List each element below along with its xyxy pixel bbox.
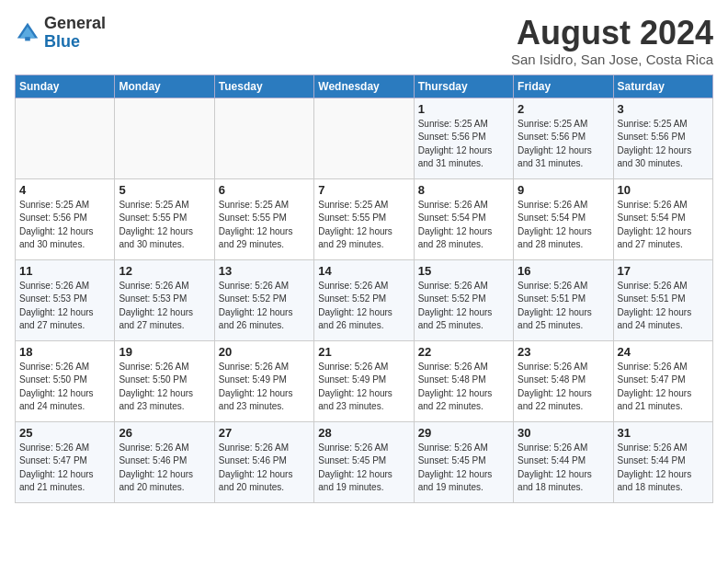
calendar-cell: 27Sunrise: 5:26 AM Sunset: 5:46 PM Dayli… — [214, 421, 313, 502]
logo-general-text: General — [44, 14, 106, 32]
calendar-week-row: 4Sunrise: 5:25 AM Sunset: 5:56 PM Daylig… — [16, 178, 713, 259]
month-title: August 2024 — [511, 15, 713, 52]
calendar-table: SundayMondayTuesdayWednesdayThursdayFrid… — [15, 75, 713, 503]
day-number: 10 — [618, 183, 709, 197]
calendar-cell: 7Sunrise: 5:25 AM Sunset: 5:55 PM Daylig… — [314, 178, 414, 259]
day-detail: Sunrise: 5:26 AM Sunset: 5:47 PM Dayligh… — [19, 442, 110, 495]
day-number: 15 — [418, 264, 509, 278]
day-number: 6 — [219, 183, 310, 197]
day-number: 1 — [418, 102, 509, 116]
calendar-cell: 11Sunrise: 5:26 AM Sunset: 5:53 PM Dayli… — [16, 259, 115, 340]
calendar-cell: 24Sunrise: 5:26 AM Sunset: 5:47 PM Dayli… — [613, 340, 712, 421]
logo-icon — [15, 20, 40, 46]
day-number: 11 — [19, 264, 110, 278]
day-detail: Sunrise: 5:26 AM Sunset: 5:48 PM Dayligh… — [418, 361, 509, 414]
day-detail: Sunrise: 5:26 AM Sunset: 5:45 PM Dayligh… — [418, 442, 509, 495]
day-number: 30 — [518, 426, 609, 440]
day-number: 28 — [318, 426, 409, 440]
day-number: 9 — [518, 183, 609, 197]
calendar-cell: 26Sunrise: 5:26 AM Sunset: 5:46 PM Dayli… — [115, 421, 214, 502]
day-number: 23 — [518, 345, 609, 359]
calendar-cell: 4Sunrise: 5:25 AM Sunset: 5:56 PM Daylig… — [16, 178, 115, 259]
calendar-cell: 31Sunrise: 5:26 AM Sunset: 5:44 PM Dayli… — [613, 421, 712, 502]
weekday-header: Tuesday — [214, 75, 313, 98]
weekday-header: Sunday — [16, 75, 115, 98]
day-detail: Sunrise: 5:25 AM Sunset: 5:56 PM Dayligh… — [418, 118, 509, 171]
calendar-week-row: 18Sunrise: 5:26 AM Sunset: 5:50 PM Dayli… — [16, 340, 713, 421]
calendar-cell: 28Sunrise: 5:26 AM Sunset: 5:45 PM Dayli… — [314, 421, 414, 502]
day-detail: Sunrise: 5:26 AM Sunset: 5:52 PM Dayligh… — [219, 280, 310, 333]
day-detail: Sunrise: 5:26 AM Sunset: 5:44 PM Dayligh… — [618, 442, 709, 495]
weekday-header: Monday — [115, 75, 214, 98]
day-detail: Sunrise: 5:26 AM Sunset: 5:54 PM Dayligh… — [418, 199, 509, 252]
calendar-cell — [115, 98, 214, 178]
calendar-cell: 22Sunrise: 5:26 AM Sunset: 5:48 PM Dayli… — [414, 340, 513, 421]
day-detail: Sunrise: 5:25 AM Sunset: 5:56 PM Dayligh… — [19, 199, 110, 252]
day-number: 22 — [418, 345, 509, 359]
day-detail: Sunrise: 5:25 AM Sunset: 5:55 PM Dayligh… — [119, 199, 210, 252]
day-number: 14 — [318, 264, 409, 278]
day-detail: Sunrise: 5:26 AM Sunset: 5:51 PM Dayligh… — [618, 280, 709, 333]
day-detail: Sunrise: 5:26 AM Sunset: 5:46 PM Dayligh… — [119, 442, 210, 495]
calendar-cell: 10Sunrise: 5:26 AM Sunset: 5:54 PM Dayli… — [613, 178, 712, 259]
weekday-header: Thursday — [414, 75, 513, 98]
calendar-week-row: 25Sunrise: 5:26 AM Sunset: 5:47 PM Dayli… — [16, 421, 713, 502]
page-header: General Blue August 2024 San Isidro, San… — [15, 15, 713, 67]
calendar-cell: 17Sunrise: 5:26 AM Sunset: 5:51 PM Dayli… — [613, 259, 712, 340]
day-number: 27 — [219, 426, 310, 440]
day-detail: Sunrise: 5:26 AM Sunset: 5:52 PM Dayligh… — [318, 280, 409, 333]
day-detail: Sunrise: 5:26 AM Sunset: 5:51 PM Dayligh… — [518, 280, 609, 333]
day-number: 20 — [219, 345, 310, 359]
calendar-cell: 13Sunrise: 5:26 AM Sunset: 5:52 PM Dayli… — [214, 259, 313, 340]
location-subtitle: San Isidro, San Jose, Costa Rica — [511, 52, 713, 67]
weekday-header: Friday — [514, 75, 613, 98]
day-number: 17 — [618, 264, 709, 278]
day-detail: Sunrise: 5:25 AM Sunset: 5:55 PM Dayligh… — [318, 199, 409, 252]
calendar-cell: 23Sunrise: 5:26 AM Sunset: 5:48 PM Dayli… — [514, 340, 613, 421]
calendar-cell — [16, 98, 115, 178]
calendar-cell: 5Sunrise: 5:25 AM Sunset: 5:55 PM Daylig… — [115, 178, 214, 259]
day-detail: Sunrise: 5:26 AM Sunset: 5:52 PM Dayligh… — [418, 280, 509, 333]
weekday-header: Saturday — [613, 75, 712, 98]
calendar-cell: 2Sunrise: 5:25 AM Sunset: 5:56 PM Daylig… — [514, 98, 613, 178]
day-number: 21 — [318, 345, 409, 359]
day-number: 24 — [618, 345, 709, 359]
day-number: 18 — [19, 345, 110, 359]
day-number: 5 — [119, 183, 210, 197]
calendar-cell: 9Sunrise: 5:26 AM Sunset: 5:54 PM Daylig… — [514, 178, 613, 259]
day-detail: Sunrise: 5:26 AM Sunset: 5:53 PM Dayligh… — [119, 280, 210, 333]
day-detail: Sunrise: 5:25 AM Sunset: 5:55 PM Dayligh… — [219, 199, 310, 252]
day-detail: Sunrise: 5:26 AM Sunset: 5:53 PM Dayligh… — [19, 280, 110, 333]
day-number: 29 — [418, 426, 509, 440]
svg-rect-2 — [25, 37, 30, 40]
day-detail: Sunrise: 5:26 AM Sunset: 5:50 PM Dayligh… — [19, 361, 110, 414]
day-number: 16 — [518, 264, 609, 278]
day-number: 3 — [618, 102, 709, 116]
day-detail: Sunrise: 5:26 AM Sunset: 5:45 PM Dayligh… — [318, 442, 409, 495]
calendar-cell: 18Sunrise: 5:26 AM Sunset: 5:50 PM Dayli… — [16, 340, 115, 421]
calendar-cell: 25Sunrise: 5:26 AM Sunset: 5:47 PM Dayli… — [16, 421, 115, 502]
day-number: 2 — [518, 102, 609, 116]
calendar-week-row: 11Sunrise: 5:26 AM Sunset: 5:53 PM Dayli… — [16, 259, 713, 340]
calendar-cell: 1Sunrise: 5:25 AM Sunset: 5:56 PM Daylig… — [414, 98, 513, 178]
calendar-cell: 29Sunrise: 5:26 AM Sunset: 5:45 PM Dayli… — [414, 421, 513, 502]
day-detail: Sunrise: 5:26 AM Sunset: 5:48 PM Dayligh… — [518, 361, 609, 414]
day-number: 8 — [418, 183, 509, 197]
day-number: 19 — [119, 345, 210, 359]
calendar-cell — [314, 98, 414, 178]
calendar-week-row: 1Sunrise: 5:25 AM Sunset: 5:56 PM Daylig… — [16, 98, 713, 178]
day-number: 13 — [219, 264, 310, 278]
title-block: August 2024 San Isidro, San Jose, Costa … — [511, 15, 713, 67]
day-number: 31 — [618, 426, 709, 440]
day-detail: Sunrise: 5:26 AM Sunset: 5:54 PM Dayligh… — [618, 199, 709, 252]
day-number: 4 — [19, 183, 110, 197]
day-detail: Sunrise: 5:26 AM Sunset: 5:50 PM Dayligh… — [119, 361, 210, 414]
calendar-header-row: SundayMondayTuesdayWednesdayThursdayFrid… — [16, 75, 713, 98]
day-detail: Sunrise: 5:26 AM Sunset: 5:49 PM Dayligh… — [219, 361, 310, 414]
calendar-cell: 20Sunrise: 5:26 AM Sunset: 5:49 PM Dayli… — [214, 340, 313, 421]
calendar-cell: 16Sunrise: 5:26 AM Sunset: 5:51 PM Dayli… — [514, 259, 613, 340]
day-number: 26 — [119, 426, 210, 440]
calendar-cell: 15Sunrise: 5:26 AM Sunset: 5:52 PM Dayli… — [414, 259, 513, 340]
day-number: 7 — [318, 183, 409, 197]
calendar-cell: 19Sunrise: 5:26 AM Sunset: 5:50 PM Dayli… — [115, 340, 214, 421]
